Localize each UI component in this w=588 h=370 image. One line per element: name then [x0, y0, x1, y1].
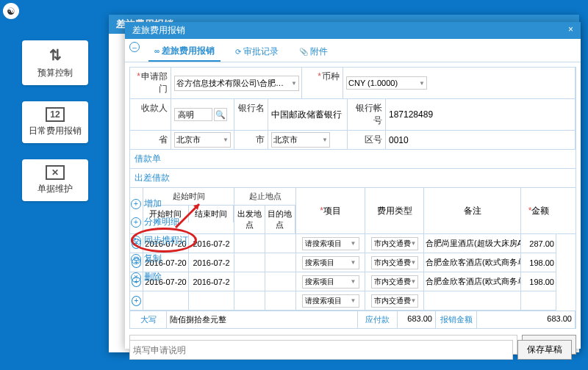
cell-from[interactable] — [234, 234, 265, 253]
form-area: 申请部门 谷方信息技术有限公司\合肥谷方▼ 币种 CNY (1.0000)▼ 收… — [125, 62, 581, 359]
close-icon[interactable]: × — [568, 24, 573, 37]
table-row: +2016-07-202016-07-2搜索项目▼市内交通费▼合肥金欣客酒店(欧… — [130, 272, 576, 291]
action-copy[interactable]: ⧉复制 — [131, 250, 190, 268]
input-bottom-note[interactable] — [129, 340, 513, 360]
tab-bar: – ∞差旅费用报销 ⟳审批记录 📎附件 — [125, 39, 581, 62]
search-icon[interactable]: 🔍 — [214, 108, 227, 121]
header-place-group: 起止地点 — [234, 188, 295, 206]
sidebar-item-label: 日常费用报销 — [29, 126, 82, 136]
chevron-down-icon: ▼ — [419, 80, 425, 87]
app-logo-icon: ☯ — [3, 3, 19, 19]
plus-icon: + — [131, 217, 141, 228]
sidebar-item-daily[interactable]: 12 日常费用报销 — [22, 101, 88, 143]
label-due: 应付款 — [358, 311, 398, 328]
dialog-travel-expense: 差旅费用报销 × – ∞差旅费用报销 ⟳审批记录 📎附件 申请部门 谷方信息技术… — [125, 22, 581, 349]
select-project[interactable]: 搜索项目▼ — [302, 275, 359, 289]
attachment-icon: 📎 — [299, 48, 308, 56]
action-delete[interactable]: ×删除 — [131, 268, 190, 286]
select-type[interactable]: 市内交通费▼ — [371, 275, 418, 289]
dialog-title: 差旅费用报销 — [132, 24, 185, 37]
cell-amount: 198.00 — [521, 253, 556, 272]
cell-end[interactable]: 2016-07-2 — [189, 253, 234, 272]
cell-to[interactable] — [265, 291, 296, 311]
select-currency[interactable]: CNY (1.0000)▼ — [346, 76, 427, 90]
cell-from[interactable] — [234, 253, 265, 272]
sidebar-item-label: 单据维护 — [37, 184, 73, 194]
chevron-down-icon: ▼ — [223, 137, 229, 143]
header-type: 费用类型 — [377, 205, 412, 217]
table-row: +请搜索项目▼市内交通费▼ — [130, 291, 576, 311]
value-bank-name: 中国邮政储蓄银行 — [271, 109, 342, 121]
calendar-icon: 12 — [46, 107, 65, 122]
label-currency: 币种 — [302, 68, 343, 98]
header-remark: 备注 — [464, 205, 481, 217]
cell-remark: 合肥金欣客酒店(欧式商务单间[携程 — [424, 253, 521, 272]
link-icon: ∞ — [154, 47, 159, 55]
chevron-down-icon: ▼ — [351, 278, 356, 285]
value-capital: 陆佰捌拾叁元整 — [167, 311, 358, 328]
header-from-place: 出发地点 — [234, 206, 265, 233]
action-sync-ctrip[interactable]: ↻同步携程订 — [131, 231, 190, 250]
select-project[interactable]: 请搜索项目▼ — [302, 294, 359, 308]
cell-from[interactable] — [234, 272, 265, 291]
cell-end[interactable]: 2016-07-2 — [189, 272, 234, 291]
collapse-icon[interactable]: – — [129, 42, 140, 52]
action-add[interactable]: +增加 — [131, 195, 190, 213]
cell-to[interactable] — [265, 272, 296, 291]
tab-attachment[interactable]: 📎附件 — [293, 42, 334, 62]
cell-end[interactable]: 2016-07-2 — [189, 234, 234, 253]
sidebar-item-budget[interactable]: ⇅ 预算控制 — [22, 40, 88, 85]
cell-remark: 合肥尚里酒店(超级大床房A) — [424, 234, 521, 253]
header-project: 项目 — [323, 205, 341, 217]
cell-to[interactable] — [265, 253, 296, 272]
cell-amount: 198.00 — [521, 272, 556, 291]
label-city: 市 — [234, 131, 268, 149]
sidebar-item-maintain[interactable]: ✕ 单据维护 — [22, 159, 88, 201]
select-province[interactable]: 北京市▼ — [174, 132, 231, 148]
label-payee: 收款人 — [130, 99, 171, 130]
select-project[interactable]: 请搜索项目▼ — [302, 237, 359, 250]
bottom-note-row: 保存草稿 — [129, 340, 572, 360]
chevron-down-icon: ▼ — [411, 297, 417, 304]
add-row-icon[interactable]: + — [132, 296, 141, 306]
cell-from[interactable] — [234, 291, 265, 311]
sidebar: ⇅ 预算控制 12 日常费用报销 ✕ 单据维护 — [22, 40, 88, 217]
cell-amount — [521, 291, 556, 311]
tab-expense[interactable]: ∞差旅费用报销 — [148, 42, 220, 62]
chevron-down-icon: ▼ — [411, 278, 417, 285]
table-row: +2016-07-202016-07-2请搜索项目▼市内交通费▼合肥尚里酒店(超… — [130, 234, 576, 253]
chevron-down-icon: ▼ — [351, 240, 356, 247]
chevron-down-icon: ▼ — [411, 259, 417, 266]
select-city[interactable]: 北京市▼ — [271, 132, 330, 148]
label-apply-dept: 申请部门 — [130, 68, 171, 98]
tab-approval[interactable]: ⟳审批记录 — [229, 42, 284, 62]
plus-icon: + — [131, 199, 141, 209]
dialog-titlebar: 差旅费用报销 × — [125, 22, 581, 39]
label-travel-loan: 出差借款 — [129, 169, 576, 188]
value-district: 0010 — [389, 135, 409, 145]
input-payee[interactable] — [174, 108, 212, 121]
select-apply-dept[interactable]: 谷方信息技术有限公司\合肥谷方▼ — [174, 76, 299, 91]
cell-start[interactable] — [143, 291, 189, 311]
select-project[interactable]: 搜索项目▼ — [302, 256, 359, 269]
chevron-down-icon: ▼ — [351, 297, 356, 304]
label-capital: 大写 — [130, 311, 167, 328]
select-type[interactable]: 市内交通费▼ — [371, 294, 418, 308]
cell-end[interactable] — [189, 291, 234, 311]
cell-to[interactable] — [265, 234, 296, 253]
bottom-save-button[interactable]: 保存草稿 — [517, 340, 572, 360]
label-bank-name: 银行名 — [234, 99, 268, 130]
cell-remark — [424, 291, 521, 311]
select-type[interactable]: 市内交通费▼ — [371, 256, 418, 269]
action-split[interactable]: +分摊明细 — [131, 213, 190, 231]
chevron-down-icon: ▼ — [291, 80, 297, 87]
value-reimb: 683.00 — [477, 311, 576, 328]
sliders-icon: ⇅ — [26, 46, 84, 64]
chevron-down-icon: ▼ — [411, 240, 417, 247]
label-iou: 借款单 — [129, 150, 576, 169]
chevron-down-icon: ▼ — [351, 259, 356, 266]
table-row: +2016-07-202016-07-2搜索项目▼市内交通费▼合肥金欣客酒店(欧… — [130, 253, 576, 272]
value-bank-acct: 187128489 — [389, 109, 433, 120]
select-type[interactable]: 市内交通费▼ — [371, 237, 418, 250]
delete-icon: × — [131, 272, 141, 283]
